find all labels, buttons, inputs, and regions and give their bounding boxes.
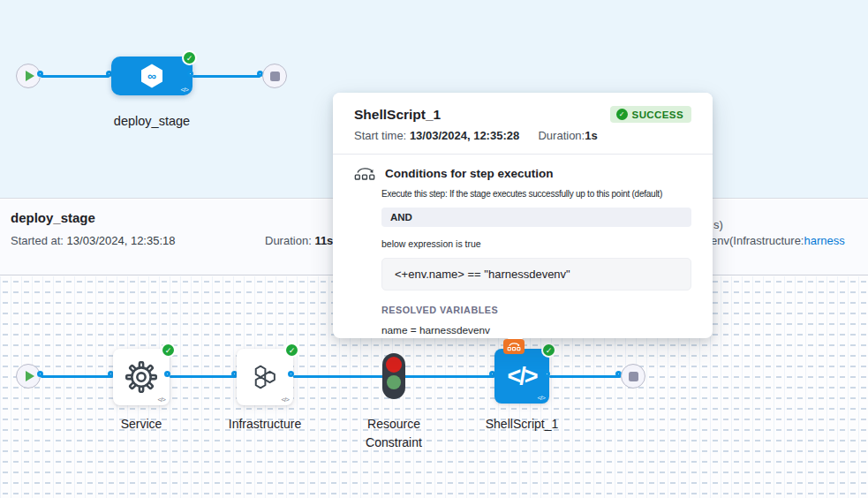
connector-port	[288, 371, 294, 377]
connector-port	[37, 371, 43, 377]
connector-line	[170, 375, 237, 378]
code-icon: </>	[157, 396, 165, 404]
step-details-popover: ShellScript_1 ✓ SUCCESS Start time: 13/0…	[333, 93, 713, 338]
start-time-label: Start time:	[354, 129, 406, 142]
step-node-infrastructure[interactable]: </>	[237, 349, 293, 405]
stop-icon	[629, 372, 638, 381]
pipeline-execution-view: ∞ </> ✓ deploy_stage deploy_stage Starte…	[0, 0, 868, 498]
duration-label: Duration:	[265, 234, 312, 247]
code-icon: </>	[537, 394, 545, 402]
step-label-shellscript: ShellScript_1	[481, 415, 562, 434]
stage-node-deploy[interactable]: ∞ </>	[111, 57, 192, 95]
connector-line	[549, 375, 621, 378]
conditions-heading: Conditions for step execution	[385, 167, 554, 180]
step-label-resource-constraint: Resource Constraint	[358, 415, 430, 452]
start-time-value: 13/03/2024, 12:35:28	[410, 129, 519, 142]
connector-line	[192, 75, 260, 78]
status-badge: ✓ SUCCESS	[610, 106, 691, 123]
traffic-green-light	[387, 375, 401, 389]
clipped-text: s)	[713, 218, 723, 231]
conditional-execution-icon	[507, 342, 521, 351]
shellscript-code-icon: </>	[507, 363, 536, 390]
infrastructure-link[interactable]: harness	[804, 234, 845, 247]
popover-body: Conditions for step execution Execute th…	[333, 155, 713, 336]
code-icon: </>	[281, 396, 289, 404]
step-label-service: Service	[104, 415, 178, 434]
connector-port	[187, 71, 193, 77]
resolved-variables-label: RESOLVED VARIABLES	[381, 305, 691, 315]
status-text: SUCCESS	[632, 109, 683, 120]
success-check-icon: ✓	[161, 343, 176, 358]
code-icon: </>	[180, 86, 188, 94]
operator-chip: AND	[381, 208, 691, 227]
connector-port	[164, 371, 170, 377]
stage-start-node[interactable]	[16, 64, 41, 88]
success-check-icon: ✓	[182, 50, 197, 65]
popup-duration-label: Duration:	[538, 129, 585, 142]
connector-port	[544, 371, 550, 377]
step-node-shellscript[interactable]: </> </>	[494, 349, 549, 404]
popup-duration-value: 1s	[585, 129, 597, 142]
connector-line	[41, 75, 109, 78]
duration-value: 11s	[314, 234, 333, 247]
started-label: Started at:	[11, 234, 64, 247]
clipped-text: env(Infrastructure:harness	[711, 234, 845, 247]
play-icon	[26, 71, 34, 81]
svg-text:∞: ∞	[147, 69, 156, 83]
steps-start-node[interactable]	[16, 364, 41, 389]
conditional-execution-badge[interactable]	[503, 339, 525, 354]
success-check-icon: ✓	[616, 109, 628, 120]
success-check-icon: ✓	[541, 343, 556, 358]
resolved-variable-value: name = harnessdevenv	[381, 324, 691, 336]
stage-label: deploy_stage	[90, 114, 214, 128]
expression-box: <+env.name> == "harnessdevenv"	[381, 258, 691, 290]
popover-header: ShellScript_1 ✓ SUCCESS Start time: 13/0…	[333, 93, 713, 155]
step-node-resource-constraint[interactable]	[382, 353, 405, 399]
stage-bar-title: deploy_stage	[11, 210, 95, 225]
execute-condition-text: Execute this step: If the stage executes…	[381, 189, 691, 199]
started-value: 13/03/2024, 12:35:18	[67, 234, 176, 247]
connector-port	[37, 71, 43, 77]
service-gear-icon	[125, 361, 157, 393]
expression-intro-text: below expression is true	[381, 238, 691, 249]
stage-end-node[interactable]	[262, 64, 287, 88]
stop-icon	[270, 72, 280, 81]
connector-line	[41, 375, 113, 378]
traffic-red-light	[386, 357, 402, 373]
success-check-icon: ✓	[284, 343, 299, 358]
infrastructure-hexagons-icon	[251, 364, 279, 390]
clipped-text-prefix: env(Infrastructure:	[711, 234, 804, 247]
popover-title: ShellScript_1	[354, 107, 441, 123]
step-label-infrastructure: Infrastructure	[219, 415, 311, 434]
play-icon	[26, 371, 34, 381]
stage-duration: Duration: 11s	[265, 234, 333, 247]
popover-times: Start time: 13/03/2024, 12:35:28 Duratio…	[354, 129, 691, 142]
conditional-execution-icon	[354, 166, 375, 181]
step-node-service[interactable]: </>	[113, 349, 170, 405]
cd-stage-icon: ∞	[139, 63, 165, 89]
steps-end-node[interactable]	[621, 364, 645, 389]
stage-started-at: Started at: 13/03/2024, 12:35:18	[11, 234, 176, 247]
